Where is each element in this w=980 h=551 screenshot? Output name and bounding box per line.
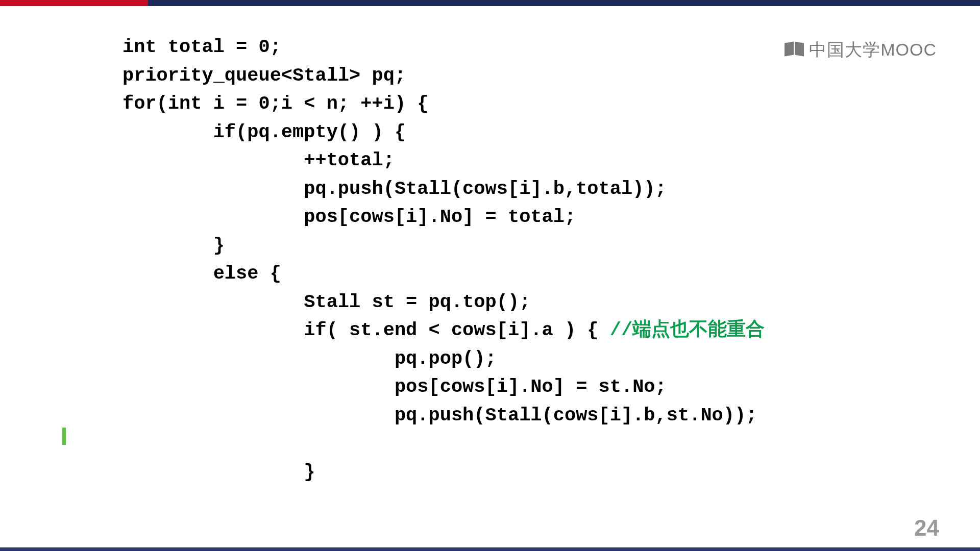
code-block: int total = 0; priority_queue<Stall> pq;… (122, 33, 765, 486)
code-line: pq.push(Stall(cows[i].b,total)); (122, 178, 667, 199)
code-line: if(pq.empty() ) { (122, 121, 406, 143)
code-line: pos[cows[i].No] = st.No; (122, 376, 667, 397)
code-comment: //端点也不能重合 (610, 319, 765, 341)
code-line: } (122, 461, 315, 483)
brand-logo-text: 中国大学MOOC (809, 38, 937, 62)
top-bar-navy-segment (148, 0, 980, 6)
top-bar-red-segment (0, 0, 148, 6)
code-line: if( st.end < cows[i].a ) { (122, 319, 610, 341)
book-icon (785, 42, 804, 58)
top-bar (0, 0, 980, 6)
bottom-bar (0, 547, 980, 551)
cursor-indicator (62, 428, 66, 445)
page-number: 24 (914, 515, 939, 541)
code-line: for(int i = 0;i < n; ++i) { (122, 93, 429, 114)
code-line: priority_queue<Stall> pq; (122, 65, 406, 86)
code-line: Stall st = pq.top(); (122, 291, 530, 313)
brand-logo: 中国大学MOOC (785, 38, 937, 62)
code-line: pos[cows[i].No] = total; (122, 206, 576, 228)
code-line: ++total; (122, 149, 395, 171)
code-line: pq.push(Stall(cows[i].b,st.No)); (122, 405, 757, 426)
code-line: else { (122, 263, 281, 284)
code-line: } (122, 235, 225, 256)
code-line: int total = 0; (122, 36, 281, 58)
code-line: pq.pop(); (122, 348, 497, 369)
